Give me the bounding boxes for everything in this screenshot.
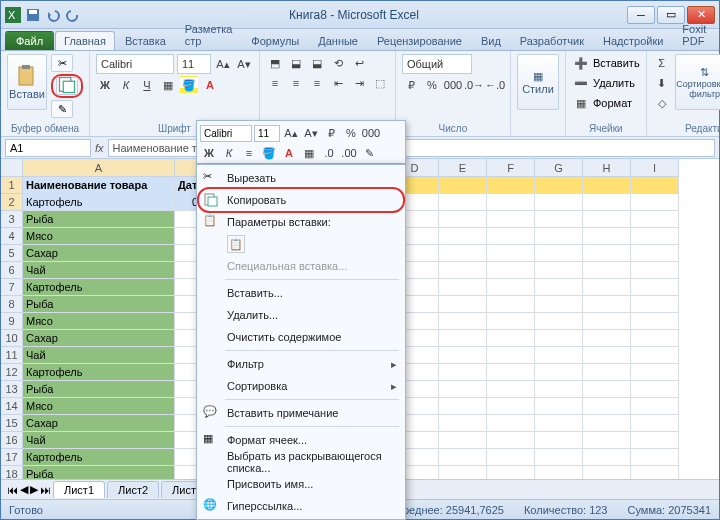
sheet-nav-next-icon[interactable]: ▶	[30, 483, 38, 496]
ctx-sort[interactable]: Сортировка▸	[199, 375, 403, 397]
col-header[interactable]: A	[23, 159, 175, 177]
cell[interactable]	[535, 415, 583, 432]
cell[interactable]	[583, 364, 631, 381]
cell[interactable]	[583, 330, 631, 347]
cell[interactable]	[535, 347, 583, 364]
cell[interactable]: Мясо	[23, 313, 175, 330]
align-bot-icon[interactable]: ⬓	[308, 54, 326, 72]
currency-icon[interactable]: ₽	[402, 76, 420, 94]
cell[interactable]	[535, 449, 583, 466]
cell[interactable]: Рыба	[23, 296, 175, 313]
cell[interactable]	[487, 177, 535, 194]
cell[interactable]	[631, 330, 679, 347]
indent-dec-icon[interactable]: ⇤	[329, 74, 347, 92]
percent-icon[interactable]: %	[423, 76, 441, 94]
cell[interactable]	[535, 177, 583, 194]
cell[interactable]	[535, 296, 583, 313]
comma-icon[interactable]: 000	[444, 76, 462, 94]
row-header[interactable]: 5	[1, 245, 23, 262]
tab-developer[interactable]: Разработчик	[511, 31, 593, 50]
cell[interactable]	[487, 449, 535, 466]
col-header[interactable]: G	[535, 159, 583, 177]
cell[interactable]	[631, 245, 679, 262]
format-cells-icon[interactable]: ▦	[572, 94, 590, 112]
fontsize-combo[interactable]: 11	[177, 54, 211, 74]
cell[interactable]	[535, 279, 583, 296]
cell[interactable]	[439, 466, 487, 479]
cell[interactable]	[583, 347, 631, 364]
row-header[interactable]: 6	[1, 262, 23, 279]
cell[interactable]	[439, 177, 487, 194]
cell[interactable]: Картофель	[23, 194, 175, 211]
mini-size-combo[interactable]: 11	[254, 125, 280, 142]
ctx-copy[interactable]: Копировать	[199, 189, 403, 211]
insert-cells-label[interactable]: Вставить	[593, 57, 640, 69]
cell[interactable]	[439, 279, 487, 296]
ctx-comment[interactable]: 💬Вставить примечание	[199, 402, 403, 424]
tab-view[interactable]: Вид	[472, 31, 510, 50]
mini-decdec-icon[interactable]: .00	[340, 144, 358, 162]
cell[interactable]	[439, 415, 487, 432]
sort-filter-button[interactable]: ⇅Сортировка и фильтр	[675, 54, 720, 110]
cell[interactable]	[487, 415, 535, 432]
inc-decimal-icon[interactable]: .0→	[465, 76, 483, 94]
align-top-icon[interactable]: ⬒	[266, 54, 284, 72]
indent-inc-icon[interactable]: ⇥	[350, 74, 368, 92]
cell[interactable]	[535, 398, 583, 415]
cell[interactable]	[631, 347, 679, 364]
cell[interactable]	[535, 262, 583, 279]
mini-percent-icon[interactable]: %	[342, 124, 360, 142]
cell[interactable]	[535, 194, 583, 211]
col-header[interactable]: E	[439, 159, 487, 177]
ctx-picklist[interactable]: Выбрать из раскрывающегося списка...	[199, 451, 403, 473]
row-header[interactable]: 18	[1, 466, 23, 479]
cell[interactable]	[583, 398, 631, 415]
clear-icon[interactable]: ◇	[653, 94, 671, 112]
tab-addins[interactable]: Надстройки	[594, 31, 672, 50]
cell[interactable]	[439, 364, 487, 381]
cell[interactable]	[439, 432, 487, 449]
cell[interactable]	[631, 228, 679, 245]
cell[interactable]	[583, 211, 631, 228]
insert-cells-icon[interactable]: ➕	[572, 54, 590, 72]
cell[interactable]	[631, 415, 679, 432]
col-header[interactable]: F	[487, 159, 535, 177]
cell[interactable]	[487, 262, 535, 279]
cell[interactable]	[535, 381, 583, 398]
cell[interactable]: Сахар	[23, 245, 175, 262]
cell[interactable]	[631, 364, 679, 381]
cell[interactable]	[631, 313, 679, 330]
cell[interactable]	[439, 381, 487, 398]
paste-option-icon[interactable]: 📋	[227, 235, 245, 253]
tab-foxit[interactable]: Foxit PDF	[673, 19, 715, 50]
ctx-define-name[interactable]: Присвоить имя...	[199, 473, 403, 495]
cell[interactable]	[583, 415, 631, 432]
mini-align-icon[interactable]: ≡	[240, 144, 258, 162]
cell[interactable]	[439, 228, 487, 245]
tab-data[interactable]: Данные	[309, 31, 367, 50]
cell[interactable]	[439, 194, 487, 211]
cell[interactable]	[439, 245, 487, 262]
cell[interactable]	[487, 398, 535, 415]
cell[interactable]	[487, 364, 535, 381]
cell[interactable]	[583, 245, 631, 262]
row-header[interactable]: 14	[1, 398, 23, 415]
format-cells-label[interactable]: Формат	[593, 97, 632, 109]
wrap-text-button[interactable]: ↩	[350, 54, 368, 72]
autosum-icon[interactable]: Σ	[653, 54, 671, 72]
grow-font-icon[interactable]: A▴	[214, 55, 232, 73]
cell[interactable]	[535, 245, 583, 262]
cell[interactable]	[439, 449, 487, 466]
cell[interactable]: Рыба	[23, 466, 175, 479]
fill-color-button[interactable]: 🪣	[180, 76, 198, 94]
cell[interactable]	[535, 330, 583, 347]
cell[interactable]	[583, 296, 631, 313]
cell[interactable]	[631, 177, 679, 194]
sheet-tab-2[interactable]: Лист2	[107, 481, 159, 498]
row-header[interactable]: 8	[1, 296, 23, 313]
cell[interactable]: Чай	[23, 347, 175, 364]
mini-grow-icon[interactable]: A▴	[282, 124, 300, 142]
cell[interactable]	[487, 432, 535, 449]
row-header[interactable]: 10	[1, 330, 23, 347]
cell[interactable]	[631, 381, 679, 398]
